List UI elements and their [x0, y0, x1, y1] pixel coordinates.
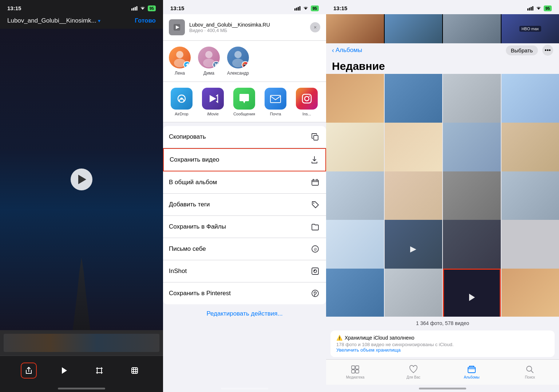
shared-album-label: В общий альбом — [169, 179, 217, 186]
photo-cell-17[interactable] — [326, 269, 384, 317]
heart-icon — [409, 365, 418, 374]
battery-label-panel1: 95 — [148, 5, 156, 11]
tab-for-you[interactable]: Для Вас — [384, 360, 443, 385]
svg-point-23 — [205, 51, 213, 58]
share-sheet-content: Lubov_and_Golubi__Kinosimka.RU Видео · 4… — [163, 14, 326, 385]
wifi-icon-panel1 — [140, 6, 146, 11]
svg-rect-53 — [356, 366, 359, 369]
svg-rect-35 — [312, 180, 318, 185]
timeline-thumbnail[interactable] — [4, 334, 159, 352]
svg-rect-52 — [352, 366, 355, 369]
contact-alex[interactable]: 📷 Александр — [227, 47, 249, 76]
action-copy[interactable]: Скопировать — [163, 126, 326, 148]
share-close-button[interactable]: × — [310, 22, 320, 32]
svg-rect-43 — [312, 268, 318, 274]
photo-cell-18[interactable] — [385, 269, 443, 317]
svg-rect-16 — [296, 8, 297, 11]
share-file-icon — [169, 19, 185, 35]
photo-cell-selected[interactable]: 1:44:44 — [443, 269, 501, 317]
battery-label-panel2: 95 — [311, 5, 319, 11]
app-mail[interactable]: Почта — [263, 88, 288, 116]
library-icon — [351, 365, 360, 374]
svg-rect-56 — [468, 367, 475, 373]
photos-count: 1 364 фото, 578 видео — [326, 317, 559, 328]
instagram-icon — [296, 88, 318, 110]
share-file-info: Lubov_and_Golubi__Kinosimka.RU Видео · 4… — [189, 22, 270, 33]
app-airdrop[interactable]: AirDrop — [169, 88, 194, 116]
airdrop-label: AirDrop — [175, 112, 188, 116]
icloud-link[interactable]: Увеличить объем хранилища — [336, 347, 549, 353]
dima-badge — [213, 61, 220, 68]
play-button[interactable] — [56, 363, 72, 379]
play-button-overlay[interactable] — [71, 169, 92, 190]
svg-rect-2 — [135, 7, 136, 11]
top-thumbnails: HBO max — [326, 14, 559, 43]
tab-albums[interactable]: Альбомы — [443, 360, 501, 385]
for-you-tab-label: Для Вас — [407, 375, 420, 379]
photo-cell-19[interactable] — [501, 269, 559, 317]
more-button[interactable]: ••• — [542, 45, 553, 56]
time-label-panel1: 13:15 — [7, 5, 21, 11]
mail-svg — [269, 92, 282, 105]
signal-icon-panel3 — [527, 6, 534, 11]
status-icons-panel1: 95 — [131, 5, 156, 11]
action-inshot[interactable]: InShot — [163, 260, 326, 282]
tab-search[interactable]: Поиск — [501, 360, 559, 385]
contact-name-alex: Александр — [227, 71, 249, 76]
filter-button[interactable] — [127, 363, 143, 379]
save-video-icon — [309, 155, 320, 165]
app-instagram[interactable]: Ins... — [294, 88, 320, 116]
action-shared-album[interactable]: В общий альбом — [163, 171, 326, 194]
search-icon — [526, 365, 534, 374]
contact-lena[interactable]: Лена — [169, 47, 191, 76]
share-file-meta: Видео · 400,4 МБ — [189, 28, 270, 33]
app-imovie[interactable]: iMovie — [200, 88, 226, 116]
toolbar — [0, 356, 163, 385]
status-icons-panel2: 95 — [294, 5, 319, 11]
airdrop-svg — [175, 92, 188, 105]
svg-marker-51 — [469, 294, 475, 301]
action-add-tags[interactable]: Добавить теги — [163, 194, 326, 216]
done-button[interactable]: Готово — [135, 17, 156, 24]
back-button[interactable]: ‹ Альбомы — [332, 47, 362, 54]
top-thumb-1 — [326, 14, 384, 43]
action-pinterest[interactable]: Сохранить в Pinterest — [163, 282, 326, 304]
app-messages[interactable]: Сообщения — [231, 88, 257, 116]
icloud-notice: ⚠️ Хранилище iCloud заполнено 178 фото и… — [330, 330, 555, 357]
wifi-icon-panel3 — [536, 6, 542, 11]
wifi-icon-panel2 — [303, 6, 309, 11]
shared-album-icon — [310, 177, 320, 187]
action-save-video[interactable]: Сохранить видео — [163, 148, 326, 171]
edit-actions-link[interactable]: Редактировать действия... — [163, 304, 326, 323]
share-header: Lubov_and_Golubi__Kinosimka.RU Видео · 4… — [163, 14, 326, 41]
svg-rect-5 — [97, 368, 102, 373]
svg-marker-29 — [210, 95, 216, 102]
svg-point-33 — [309, 96, 310, 97]
svg-point-25 — [234, 51, 242, 58]
email-self-icon: @ — [310, 244, 320, 254]
action-email-self[interactable]: Письмо себе @ — [163, 238, 326, 260]
contact-dima[interactable]: Дима — [198, 47, 220, 76]
play-icon — [60, 367, 68, 375]
timeline-strip[interactable] — [0, 330, 163, 356]
copy-label: Скопировать — [169, 133, 206, 140]
tab-library[interactable]: Медиатека — [326, 360, 384, 385]
status-bar-panel3: 13:15 95 — [326, 0, 559, 14]
crop-button[interactable] — [91, 363, 107, 379]
filter-icon — [131, 367, 139, 375]
dropdown-icon[interactable]: ▾ — [98, 18, 100, 24]
home-indicator-panel2 — [163, 385, 326, 392]
signal-icon-panel2 — [294, 6, 301, 11]
svg-rect-50 — [532, 6, 533, 11]
video-preview[interactable] — [0, 29, 163, 330]
select-button[interactable]: Выбрать — [506, 45, 538, 55]
contact-name-dima: Дима — [203, 71, 214, 76]
save-video-label: Сохранить видео — [170, 156, 219, 163]
action-save-files[interactable]: Сохранить в Файлы — [163, 216, 326, 238]
nav-right: Выбрать ••• — [506, 45, 553, 56]
library-tab-label: Медиатека — [346, 375, 365, 379]
messages-icon — [233, 88, 255, 110]
icloud-title: ⚠️ Хранилище iCloud заполнено — [336, 335, 549, 341]
battery-label-panel3: 95 — [544, 5, 552, 11]
share-button[interactable] — [21, 363, 37, 379]
